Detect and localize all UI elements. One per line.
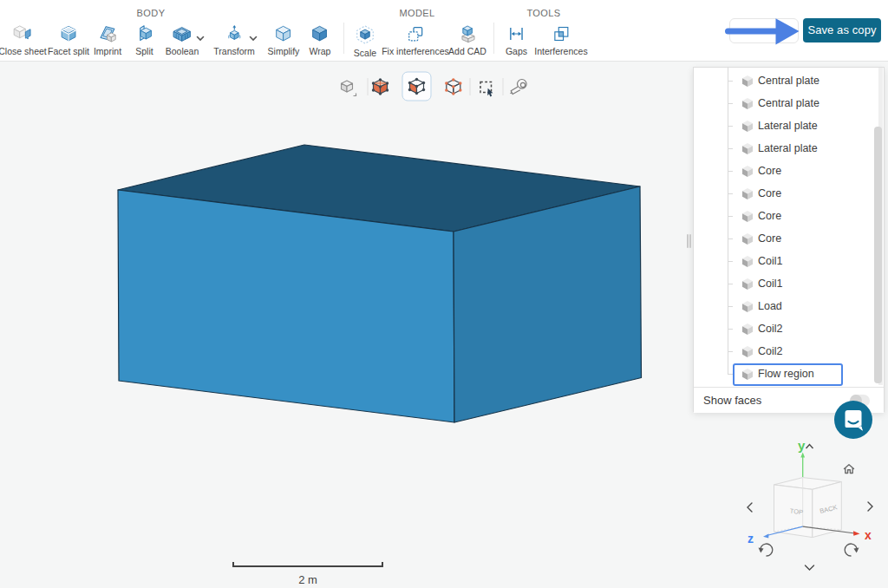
svg-text:z: z bbox=[748, 532, 754, 546]
svg-text:TOP: TOP bbox=[789, 507, 803, 517]
svg-text:x: x bbox=[865, 528, 872, 542]
svg-text:y: y bbox=[798, 438, 806, 453]
